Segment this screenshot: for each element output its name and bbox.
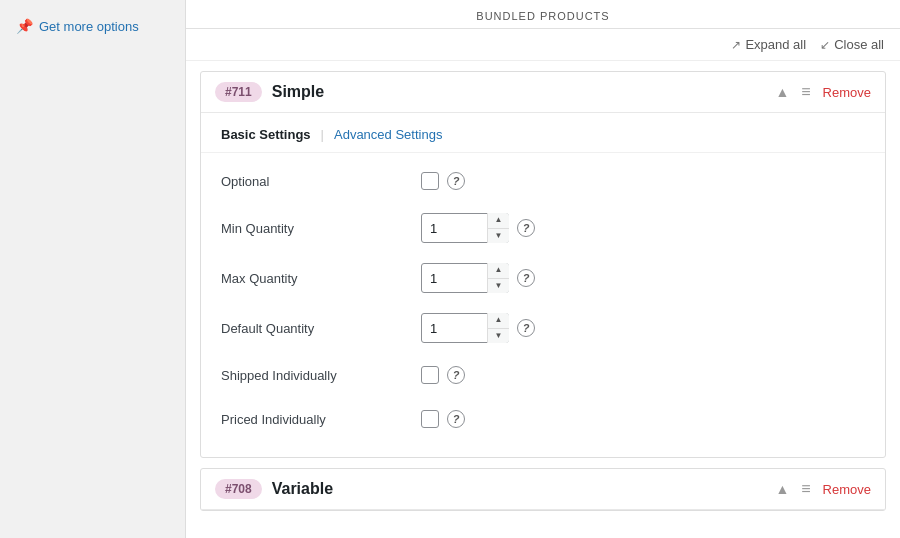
form-body-711: Optional ? Min Quantity ▲ ▼ [201, 153, 885, 457]
default-quantity-help-icon[interactable]: ? [517, 319, 535, 337]
min-quantity-down[interactable]: ▼ [488, 229, 509, 244]
sidebar: 📌 Get more options [0, 0, 185, 538]
min-quantity-input-wrap: ▲ ▼ [421, 213, 509, 243]
default-quantity-label: Default Quantity [221, 321, 421, 336]
max-quantity-help-icon[interactable]: ? [517, 269, 535, 287]
priced-individually-help-icon[interactable]: ? [447, 410, 465, 428]
product-card-708: #708 Variable ▲ ≡ Remove [200, 468, 886, 511]
product-controls-711: ▲ ≡ Remove [775, 83, 871, 101]
advanced-settings-tab[interactable]: Advanced Settings [334, 127, 442, 142]
toolbar: ↗ Expand all ↙ Close all [186, 29, 900, 61]
product-header-711: #711 Simple ▲ ≡ Remove [201, 72, 885, 113]
product-id-badge-708: #708 [215, 479, 262, 499]
default-quantity-control: ▲ ▼ ? [421, 313, 535, 343]
max-quantity-down[interactable]: ▼ [488, 279, 509, 294]
product-card-711: #711 Simple ▲ ≡ Remove Basic Settings | … [200, 71, 886, 458]
max-quantity-label: Max Quantity [221, 271, 421, 286]
expand-all-button[interactable]: ↗ Expand all [731, 37, 806, 52]
settings-tabs-711: Basic Settings | Advanced Settings [201, 113, 885, 153]
shipped-individually-checkbox[interactable] [421, 366, 439, 384]
get-more-options-link[interactable]: 📌 Get more options [16, 18, 169, 34]
pin-icon: 📌 [16, 18, 33, 34]
max-quantity-up[interactable]: ▲ [488, 263, 509, 279]
product-id-badge-711: #711 [215, 82, 262, 102]
priced-individually-label: Priced Individually [221, 412, 421, 427]
min-quantity-label: Min Quantity [221, 221, 421, 236]
product-name-711: Simple [272, 83, 766, 101]
optional-label: Optional [221, 174, 421, 189]
max-quantity-input-wrap: ▲ ▼ [421, 263, 509, 293]
min-quantity-up[interactable]: ▲ [488, 213, 509, 229]
remove-button-711[interactable]: Remove [823, 85, 871, 100]
shipped-individually-control: ? [421, 366, 465, 384]
tab-separator: | [321, 127, 324, 142]
get-more-options-label: Get more options [39, 19, 139, 34]
shipped-individually-label: Shipped Individually [221, 368, 421, 383]
shipped-individually-row: Shipped Individually ? [221, 353, 865, 397]
priced-individually-checkbox[interactable] [421, 410, 439, 428]
bundled-products-header: BUNDLED PRODUCTS [186, 0, 900, 29]
default-quantity-down[interactable]: ▼ [488, 329, 509, 344]
product-name-708: Variable [272, 480, 766, 498]
optional-checkbox[interactable] [421, 172, 439, 190]
product-header-708: #708 Variable ▲ ≡ Remove [201, 469, 885, 510]
min-quantity-spinners: ▲ ▼ [487, 213, 509, 243]
close-all-label: Close all [834, 37, 884, 52]
min-quantity-control: ▲ ▼ ? [421, 213, 535, 243]
max-quantity-row: Max Quantity ▲ ▼ ? [221, 253, 865, 303]
remove-button-708[interactable]: Remove [823, 482, 871, 497]
priced-individually-row: Priced Individually ? [221, 397, 865, 441]
basic-settings-tab[interactable]: Basic Settings [221, 127, 311, 142]
shipped-individually-help-icon[interactable]: ? [447, 366, 465, 384]
optional-row: Optional ? [221, 159, 865, 203]
close-all-button[interactable]: ↙ Close all [820, 37, 884, 52]
menu-icon-711[interactable]: ≡ [801, 83, 810, 101]
sort-up-icon-711[interactable]: ▲ [775, 84, 789, 100]
header-title: BUNDLED PRODUCTS [476, 10, 609, 22]
priced-individually-control: ? [421, 410, 465, 428]
expand-all-label: Expand all [745, 37, 806, 52]
default-quantity-row: Default Quantity ▲ ▼ ? [221, 303, 865, 353]
default-quantity-input-wrap: ▲ ▼ [421, 313, 509, 343]
sort-up-icon-708[interactable]: ▲ [775, 481, 789, 497]
optional-help-icon[interactable]: ? [447, 172, 465, 190]
expand-arrows-icon: ↗ [731, 38, 741, 52]
min-quantity-help-icon[interactable]: ? [517, 219, 535, 237]
max-quantity-control: ▲ ▼ ? [421, 263, 535, 293]
max-quantity-spinners: ▲ ▼ [487, 263, 509, 293]
default-quantity-up[interactable]: ▲ [488, 313, 509, 329]
main-content: BUNDLED PRODUCTS ↗ Expand all ↙ Close al… [185, 0, 900, 538]
close-arrows-icon: ↙ [820, 38, 830, 52]
product-controls-708: ▲ ≡ Remove [775, 480, 871, 498]
optional-control: ? [421, 172, 465, 190]
default-quantity-spinners: ▲ ▼ [487, 313, 509, 343]
menu-icon-708[interactable]: ≡ [801, 480, 810, 498]
min-quantity-row: Min Quantity ▲ ▼ ? [221, 203, 865, 253]
